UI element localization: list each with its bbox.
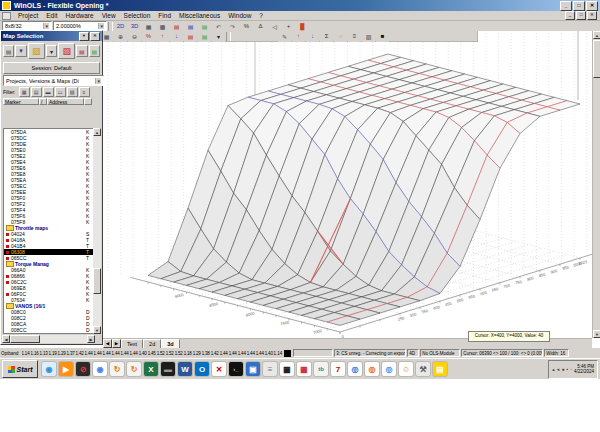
taskbar-icon-chat[interactable]: ▤ xyxy=(433,362,447,376)
map-view-green-button[interactable]: ▤ xyxy=(198,31,211,42)
taskbar-icon-terminal[interactable]: ›_ xyxy=(229,362,243,376)
filter-all-button[interactable]: ▦ xyxy=(19,87,30,97)
taskbar-icon-notes[interactable]: ≡ xyxy=(263,362,277,376)
mdi-minimize-button[interactable]: _ xyxy=(565,11,575,20)
sort-up-button[interactable]: ↑ xyxy=(292,31,305,42)
tray-icon-net[interactable]: ▪ xyxy=(566,366,568,372)
taskbar-icon-chrome[interactable]: ◉ xyxy=(93,362,107,376)
edit-button[interactable]: ✎ xyxy=(278,31,291,42)
filter-maps-button[interactable]: ▤ xyxy=(31,87,42,97)
menu-view[interactable]: View xyxy=(98,12,120,19)
menu-edit[interactable]: Edit xyxy=(42,12,61,19)
tray-icon-volume[interactable]: ◦ xyxy=(570,366,572,372)
bulb-button[interactable]: ☼ xyxy=(334,31,347,42)
panel-vertical-scrollbar[interactable]: ▲ ▼ xyxy=(93,128,101,334)
tray-icon-left[interactable]: ◂ xyxy=(557,366,560,372)
chevron-down-icon[interactable]: ▾ xyxy=(43,23,49,29)
taskbar-icon-outlook[interactable]: O xyxy=(195,362,209,376)
taskbar-icon-sync2[interactable]: ↻ xyxy=(127,362,141,376)
taskbar-icon-excel[interactable]: X xyxy=(144,362,158,376)
save-version-button[interactable]: ▼ xyxy=(15,45,26,57)
scroll-right-icon[interactable]: ▶ xyxy=(87,335,95,343)
taskbar-icon-seven[interactable]: 7 xyxy=(331,362,345,376)
export-button[interactable]: ▤ xyxy=(89,45,100,57)
sigma-button[interactable]: Σ xyxy=(320,31,333,42)
scroll-down-icon[interactable]: ▼ xyxy=(593,330,600,338)
tab-scroll-right-icon[interactable]: ▶ xyxy=(112,339,121,348)
taskbar-icon-person[interactable]: ☺ xyxy=(399,362,413,376)
surface-plot[interactable]: 1407000750080008500900002503003504004505… xyxy=(103,31,592,338)
taskbar-icon-raindrop[interactable]: ◉ xyxy=(42,362,56,376)
menu-miscellaneous[interactable]: Miscellaneous xyxy=(175,12,224,19)
list-header[interactable]: Marker/Address xyxy=(3,98,100,105)
panel-horizontal-scrollbar[interactable]: ◀ ▶ xyxy=(2,335,95,343)
scroll-up-icon[interactable]: ▲ xyxy=(593,31,600,39)
mdi-restore-button[interactable]: □ xyxy=(576,11,586,20)
zoom-out-button[interactable]: ⊖ xyxy=(128,31,141,42)
scroll-down-icon[interactable]: ▼ xyxy=(93,326,101,334)
arrow-up-button[interactable]: ↑ xyxy=(156,31,169,42)
redo-button[interactable]: ↷ xyxy=(226,21,239,32)
map-3d-window[interactable]: 1407000750080008500900002503003504004505… xyxy=(103,31,592,338)
arrow-down-button[interactable]: ↓ xyxy=(170,31,183,42)
column-header-marker[interactable]: Marker xyxy=(3,98,39,105)
menu-selection[interactable]: Selection xyxy=(120,12,155,19)
taskbar-icon-close-red[interactable]: ✕ xyxy=(212,362,226,376)
sort-down-button[interactable]: ↓ xyxy=(306,31,319,42)
menu-project[interactable]: Project xyxy=(14,12,42,19)
taskbar-icon-target[interactable]: ◎ xyxy=(382,362,396,376)
open-project-button[interactable]: ▨ xyxy=(28,43,45,59)
new-version-button[interactable]: ▤ xyxy=(3,45,14,57)
mdi-close-button[interactable]: ✕ xyxy=(587,11,597,20)
open-red-folder-button[interactable]: ▨ xyxy=(58,43,75,59)
tray-icon-status[interactable]: ● xyxy=(561,366,564,372)
column-header-/[interactable]: / xyxy=(39,98,47,105)
panel-title-bar[interactable]: Map Selection ▾✕ xyxy=(1,31,102,41)
scroll-thumb[interactable] xyxy=(10,335,40,343)
panel-close-button[interactable]: ✕ xyxy=(90,32,100,41)
column-header-sort[interactable] xyxy=(84,98,92,105)
scroll-left-icon[interactable]: ◀ xyxy=(2,335,10,343)
filter-3d-button[interactable]: ▧ xyxy=(67,87,78,97)
percent-button[interactable]: % xyxy=(240,21,253,32)
menu-hardware[interactable]: Hardware xyxy=(61,12,97,19)
map-row-008CE[interactable]: 008CED xyxy=(4,333,95,334)
clock[interactable]: 5:46 PM 4/22/2024 xyxy=(574,364,594,374)
maximize-button[interactable]: □ xyxy=(573,1,585,11)
scroll-up-icon[interactable]: ▲ xyxy=(93,128,101,136)
chevron-down-icon[interactable]: ▾ xyxy=(95,78,101,84)
zoom-in-button[interactable]: ⊕ xyxy=(114,31,127,42)
taskbar-icon-photo[interactable]: ⊘ xyxy=(76,362,90,376)
import-button[interactable]: ▤ xyxy=(76,45,87,57)
title-bar[interactable]: WinOLS - Flexible Opening * _□✕ xyxy=(0,0,600,11)
menu-window[interactable]: Window xyxy=(224,12,255,19)
taskbar-icon-word[interactable]: W xyxy=(178,362,192,376)
chevron-down-icon[interactable]: ▾ xyxy=(98,23,104,29)
taskbar-icon-flag[interactable]: ▦ xyxy=(280,362,294,376)
tree-mode-combo[interactable]: Projects, Versions & Maps (Di ▾ xyxy=(3,75,104,86)
taskbar-icon-tb[interactable]: tb xyxy=(314,362,328,376)
filter-1d-button[interactable]: ▬ xyxy=(43,87,54,97)
black-box-button[interactable]: ■ xyxy=(376,31,389,42)
taskbar-icon-wallet[interactable]: ▬ xyxy=(161,362,175,376)
columns-button[interactable]: ▥ xyxy=(362,31,375,42)
taskbar-icon-wrench[interactable]: ⚒ xyxy=(416,362,430,376)
taskbar-icon-palette[interactable]: ▦ xyxy=(297,362,311,376)
panel-pin-button[interactable]: ▾ xyxy=(79,32,89,41)
close-button[interactable]: ✕ xyxy=(586,1,598,11)
taskbar-icon-sync1[interactable]: ↻ xyxy=(110,362,124,376)
taskbar-icon-media[interactable]: ▶ xyxy=(59,362,73,376)
scroll-thumb[interactable] xyxy=(593,40,600,78)
map-view-red-button[interactable]: ▤ xyxy=(184,31,197,42)
minimize-button[interactable]: _ xyxy=(560,1,572,11)
filter-text-button[interactable]: ≡ xyxy=(79,87,90,97)
tab-scroll-left-icon[interactable]: ◀ xyxy=(103,339,112,348)
filter-2d-button[interactable]: ▭ xyxy=(55,87,66,97)
menu-[interactable]: ? xyxy=(255,12,267,19)
session-button[interactable]: Session: Default xyxy=(3,62,100,74)
taskbar-icon-folder[interactable]: ▣ xyxy=(246,362,260,376)
list-button[interactable]: ≡ xyxy=(348,31,361,42)
open-dropdown-button[interactable]: ▾ xyxy=(46,45,57,57)
taskbar-icon-opera[interactable]: ◎ xyxy=(348,362,362,376)
tray-icon-up[interactable]: ▴ xyxy=(552,366,555,372)
